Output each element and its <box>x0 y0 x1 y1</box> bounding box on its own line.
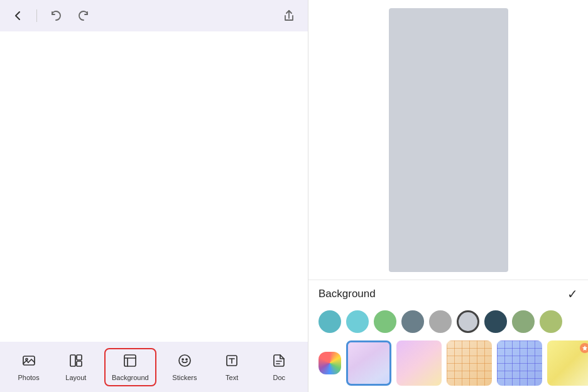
tool-layout[interactable]: Layout <box>57 349 95 385</box>
layout-label: Layout <box>65 374 86 381</box>
stickers-icon <box>177 353 192 371</box>
preview-area <box>308 0 588 280</box>
doc-icon <box>271 353 286 371</box>
background-icon <box>122 353 138 371</box>
share-button[interactable] <box>280 7 298 24</box>
texture-photos[interactable] <box>318 352 341 374</box>
svg-point-9 <box>182 359 183 360</box>
panel-header: Background ✓ <box>308 280 588 308</box>
color-swatch-0[interactable] <box>318 310 341 333</box>
tool-doc[interactable]: Doc <box>260 349 298 385</box>
texture-grid-blue[interactable] <box>497 340 542 386</box>
undo-button[interactable] <box>47 7 65 24</box>
texture-pink-soft[interactable] <box>346 340 391 386</box>
color-swatch-5[interactable] <box>457 310 479 333</box>
bottom-toolbar: Photos Layout Background <box>0 342 308 392</box>
top-toolbar <box>0 0 308 31</box>
color-swatch-2[interactable] <box>374 310 396 333</box>
color-swatch-8[interactable] <box>540 310 562 333</box>
photos-icon <box>21 353 36 371</box>
texture-gradient-warm[interactable] <box>396 340 442 386</box>
tool-background[interactable]: Background <box>104 348 156 386</box>
color-swatch-7[interactable] <box>512 310 535 333</box>
svg-point-1 <box>26 358 28 360</box>
color-swatch-4[interactable] <box>429 310 452 333</box>
text-label: Text <box>226 374 238 381</box>
redo-button[interactable] <box>75 7 92 24</box>
color-swatch-3[interactable] <box>401 310 424 333</box>
layout-icon <box>68 353 84 371</box>
svg-point-8 <box>179 355 190 366</box>
toolbar-divider <box>36 9 37 22</box>
background-panel: Background ✓ <box>308 280 588 392</box>
panel-title: Background <box>318 288 376 300</box>
doc-label: Doc <box>273 374 286 381</box>
color-swatch-6[interactable] <box>484 310 507 333</box>
svg-rect-4 <box>77 361 82 366</box>
texture-grid-orange[interactable] <box>447 340 492 386</box>
stickers-label: Stickers <box>172 374 197 381</box>
left-panel: Photos Layout Background <box>0 0 308 392</box>
tool-photos[interactable]: Photos <box>10 349 48 385</box>
svg-rect-3 <box>77 355 82 360</box>
background-label: Background <box>112 374 149 381</box>
text-icon <box>224 353 239 371</box>
tool-text[interactable]: Text <box>213 349 251 385</box>
svg-rect-2 <box>70 355 75 366</box>
texture-yellow-badge[interactable] <box>547 340 588 386</box>
back-button[interactable] <box>10 8 26 24</box>
photos-label: Photos <box>18 374 39 381</box>
tool-stickers[interactable]: Stickers <box>166 349 204 385</box>
right-panel: Background ✓ <box>308 0 588 392</box>
color-swatch-1[interactable] <box>346 310 369 333</box>
texture-row <box>308 338 588 391</box>
preview-canvas <box>389 8 508 272</box>
canvas-area <box>0 31 308 342</box>
confirm-button[interactable]: ✓ <box>567 286 578 302</box>
color-swatches-row <box>308 308 588 338</box>
svg-point-10 <box>186 359 187 360</box>
svg-rect-5 <box>124 355 136 366</box>
